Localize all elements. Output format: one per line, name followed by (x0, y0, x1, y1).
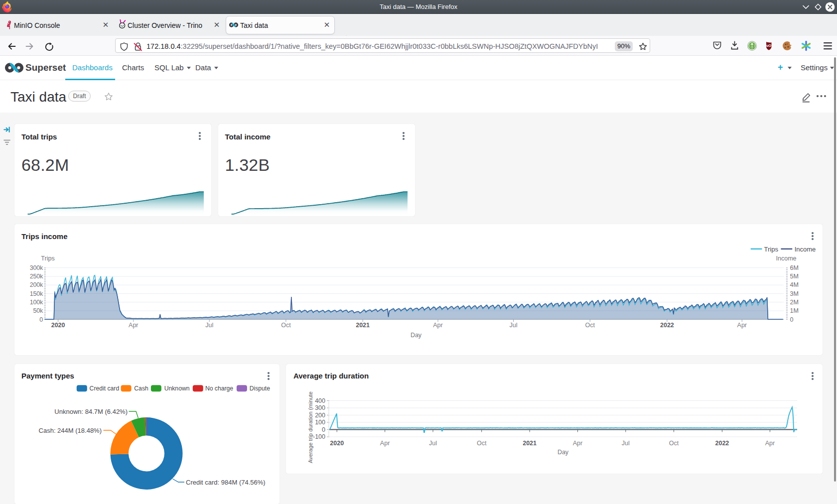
svg-text:2021: 2021 (523, 440, 537, 447)
svg-text:300: 300 (315, 404, 325, 411)
svg-text:Average trip duration (minute: Average trip duration (minute (307, 391, 313, 463)
svg-text:200: 200 (315, 412, 325, 419)
svg-text:0: 0 (322, 426, 325, 433)
svg-text:Jul: Jul (622, 440, 630, 447)
svg-text:100: 100 (315, 419, 325, 426)
svg-text:Oct: Oct (669, 440, 679, 447)
svg-text:Apr: Apr (765, 440, 775, 447)
svg-text:Oct: Oct (477, 440, 487, 447)
svg-text:2022: 2022 (715, 440, 729, 447)
svg-text:2020: 2020 (330, 440, 344, 447)
svg-text:Jul: Jul (429, 440, 437, 447)
svg-text:Apr: Apr (380, 440, 390, 447)
svg-text:400: 400 (315, 397, 325, 404)
svg-text:Day: Day (558, 449, 569, 456)
svg-text:-100: -100 (313, 433, 325, 440)
svg-text:Apr: Apr (573, 440, 582, 447)
